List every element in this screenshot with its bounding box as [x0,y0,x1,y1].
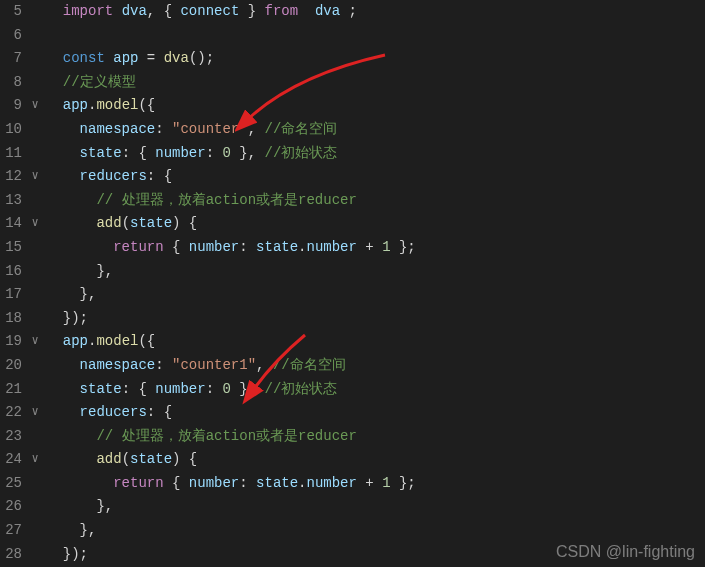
line-number: 28 [0,543,22,567]
fold-chevron-icon[interactable]: ∨ [28,401,42,425]
token [113,3,121,19]
code-line[interactable]: state: { number: 0 }, //初始状态 [46,142,705,166]
token: add [96,215,121,231]
fold-chevron-icon [28,354,42,378]
token: // 处理器，放着action或者是reducer [96,428,356,444]
code-line[interactable]: state: { number: 0 }, //初始状态 [46,378,705,402]
token [46,50,63,66]
token: state [256,239,298,255]
token [46,475,113,491]
token: }); [63,310,88,326]
line-number: 20 [0,354,22,378]
token [46,333,63,349]
line-number: 17 [0,283,22,307]
fold-chevron-icon[interactable]: ∨ [28,330,42,354]
token: //命名空间 [264,121,337,137]
token [46,168,80,184]
token: 1 [382,239,390,255]
code-line[interactable]: app.model({ [46,330,705,354]
code-line[interactable]: const app = dva(); [46,47,705,71]
token: ( [122,215,130,231]
token: : [239,239,256,255]
code-line[interactable]: return { number: state.number + 1 }; [46,472,705,496]
code-line[interactable]: // 处理器，放着action或者是reducer [46,189,705,213]
token: , [256,357,273,373]
token: state [130,451,172,467]
fold-chevron-icon[interactable]: ∨ [28,212,42,236]
fold-chevron-icon [28,47,42,71]
code-line[interactable]: import dva, { connect } from dva ; [46,0,705,24]
code-line[interactable]: app.model({ [46,94,705,118]
code-line[interactable] [46,24,705,48]
token: ({ [138,333,155,349]
code-line[interactable]: }, [46,495,705,519]
token: }, [80,286,97,302]
token: add [96,451,121,467]
fold-chevron-icon [28,543,42,567]
token: : [206,145,223,161]
code-line[interactable]: namespace: "counter", //命名空间 [46,118,705,142]
line-number: 10 [0,118,22,142]
fold-chevron-icon[interactable]: ∨ [28,94,42,118]
code-line[interactable]: // 处理器，放着action或者是reducer [46,425,705,449]
code-line[interactable]: reducers: { [46,401,705,425]
token: (); [189,50,214,66]
code-line[interactable]: //定义模型 [46,71,705,95]
token: }, [231,145,265,161]
fold-chevron-icon [28,472,42,496]
token: "counter1" [172,357,256,373]
token: }, [96,498,113,514]
token: //命名空间 [273,357,346,373]
token: : [155,121,172,137]
token: : { [147,168,172,184]
fold-chevron-icon [28,142,42,166]
line-number: 5 [0,0,22,24]
fold-chevron-icon [28,425,42,449]
token: 1 [382,475,390,491]
code-line[interactable]: add(state) { [46,448,705,472]
code-area[interactable]: import dva, { connect } from dva ; const… [42,0,705,567]
token: = [147,50,155,66]
token: , { [147,3,181,19]
token [46,357,80,373]
line-number: 12 [0,165,22,189]
fold-chevron-icon[interactable]: ∨ [28,448,42,472]
code-line[interactable]: }, [46,260,705,284]
token: number [307,239,357,255]
code-line[interactable]: }); [46,307,705,331]
token [46,381,80,397]
token: . [298,475,306,491]
token [46,74,63,90]
fold-chevron-icon [28,118,42,142]
fold-chevron-icon[interactable]: ∨ [28,165,42,189]
fold-chevron-icon [28,189,42,213]
token: : [239,475,256,491]
code-line[interactable]: }, [46,519,705,543]
token: dva [315,3,340,19]
fold-chevron-icon [28,236,42,260]
code-editor[interactable]: 5678910111213141516171819202122232425262… [0,0,705,567]
token: + [365,239,373,255]
fold-chevron-icon [28,0,42,24]
token [46,310,63,326]
line-number: 24 [0,448,22,472]
token: dva [164,50,189,66]
token: }, [231,381,265,397]
token [46,3,63,19]
token [298,3,315,19]
line-number: 14 [0,212,22,236]
code-line[interactable]: reducers: { [46,165,705,189]
token: + [365,475,373,491]
line-number: 23 [0,425,22,449]
code-line[interactable]: return { number: state.number + 1 }; [46,236,705,260]
token: namespace [80,121,156,137]
token [46,215,96,231]
code-line[interactable]: namespace: "counter1", //命名空间 [46,354,705,378]
token: dva [122,3,147,19]
token: const [63,50,105,66]
token [138,50,146,66]
token: { [164,239,189,255]
code-line[interactable]: add(state) { [46,212,705,236]
token: 0 [222,381,230,397]
code-line[interactable]: }, [46,283,705,307]
